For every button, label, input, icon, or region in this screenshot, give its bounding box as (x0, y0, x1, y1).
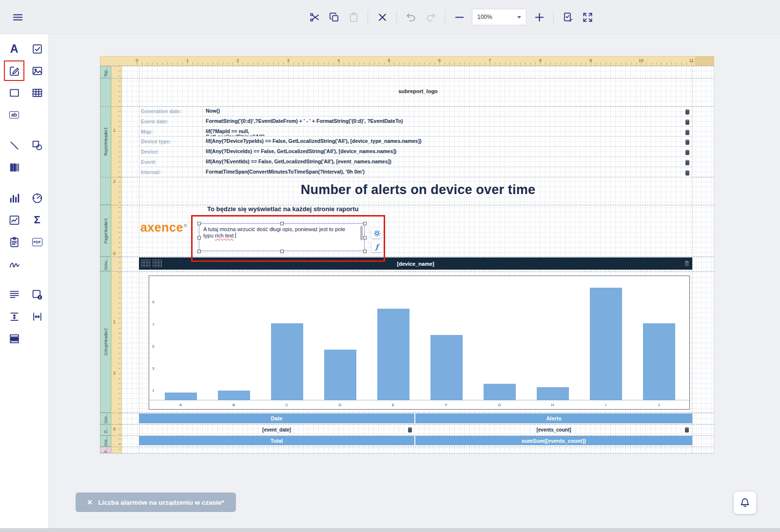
validate-report-button[interactable] (558, 7, 578, 27)
database-icon (685, 149, 690, 155)
table-header-alerts[interactable]: Alerts (415, 414, 692, 423)
close-icon[interactable]: × (87, 498, 93, 507)
tool-image[interactable] (29, 63, 45, 79)
band-label-text: D... (103, 427, 108, 433)
delete-button[interactable] (372, 7, 392, 27)
device-name-field: [device_name] (139, 261, 692, 267)
topbar: 100% (0, 0, 780, 34)
table-footer-total[interactable]: Total (139, 436, 414, 445)
chart-ytick-label: 7 (152, 322, 154, 326)
tool-clipboard[interactable] (6, 234, 22, 250)
tool-table[interactable] (29, 85, 45, 100)
menu-button[interactable] (8, 7, 27, 27)
parameter-label: Device: (139, 147, 202, 157)
tool-rich-text-lines[interactable] (6, 287, 22, 302)
group-header-band[interactable]: [device_name] (139, 257, 692, 270)
undo-button[interactable] (401, 7, 421, 27)
tool-vertical-spacing[interactable] (29, 309, 45, 324)
band-label-7[interactable]: Gro... (100, 435, 111, 447)
subreport-logo-placeholder[interactable]: subreport_logo (122, 88, 714, 94)
field-expression-button[interactable]: ƒ (371, 241, 382, 252)
band-label-4[interactable]: GroupHeader2 (100, 271, 111, 413)
tool-rectangle[interactable] (6, 85, 22, 100)
copy-button[interactable] (324, 7, 344, 27)
parameter-row[interactable]: Interval:FormatTimeSpan(ConvertMinutesTo… (139, 167, 692, 177)
zoom-out-button[interactable] (449, 7, 469, 27)
toolbar-separator (445, 10, 445, 24)
cut-button[interactable] (305, 7, 324, 27)
table-header-date[interactable]: Date (139, 414, 414, 423)
chart-category-label: J (658, 403, 660, 407)
tool-barcode[interactable] (6, 159, 22, 175)
parameter-row[interactable]: Event:Iif(Any(?EventIds) == False, GetLo… (139, 157, 692, 167)
selection-handle[interactable] (197, 222, 201, 225)
ruler-number: 8 (539, 58, 542, 63)
parameter-row[interactable]: Generation date:Now() (139, 106, 692, 117)
tool-bar-chart[interactable] (6, 190, 22, 206)
tool-horizontal-spacing[interactable] (6, 309, 22, 324)
zoom-in-button[interactable] (529, 7, 549, 27)
selection-handle[interactable] (363, 250, 367, 253)
tool-pdf-export[interactable]: PDF (29, 234, 45, 250)
richtext-field[interactable]: A tutaj można wrzucić dość długi opis, p… (199, 223, 365, 251)
band-label-8[interactable]: F... (100, 447, 111, 453)
notifications-button[interactable] (734, 492, 756, 514)
text-icon: A (10, 42, 19, 56)
selection-handle[interactable] (280, 222, 284, 225)
grid-tile-icon[interactable] (152, 259, 163, 268)
page-note-text[interactable]: To będzie się wyświetlać na każdej stron… (207, 205, 358, 213)
chart-tile-icon[interactable] (140, 259, 151, 268)
field-settings-button[interactable] (371, 228, 382, 238)
chart-ytick-label: 3 (152, 366, 154, 371)
band-label-1[interactable]: ReportHeader1 (100, 78, 111, 205)
tool-gauge[interactable] (29, 190, 45, 206)
zoom-level-select[interactable]: 100% (472, 9, 526, 25)
parameter-row[interactable]: Event date:FormatString('{0:d}',?EventDa… (139, 117, 692, 127)
parameter-row[interactable]: Map:Iif(?MapId == null, GetLocalizedStri… (139, 127, 692, 137)
table-footer-sum[interactable]: sumSum([events_count]) (415, 436, 692, 445)
tool-line-chart[interactable] (6, 212, 22, 228)
richtext-scrollbar[interactable] (360, 226, 363, 240)
tool-subreport[interactable] (29, 287, 45, 302)
ruler-number: 10 (639, 58, 644, 63)
alerts-bar-chart[interactable]: ABCDEFGHIJ13579 (149, 276, 690, 410)
tool-signature[interactable] (6, 256, 22, 272)
tool-richtext-edit[interactable] (6, 63, 22, 79)
table-cell-events-count[interactable]: [events_count] (415, 424, 692, 435)
band-label-2[interactable]: PageHeader1 (100, 205, 111, 256)
chart-category-label: H (551, 403, 554, 407)
horizontal-scrollbar[interactable] (0, 528, 780, 532)
ruler-number: 2 (113, 179, 116, 184)
band-label-0[interactable]: Top... (100, 66, 111, 78)
richtext-text-after: . (234, 233, 235, 238)
report-title[interactable]: Number of alerts on device over time (122, 182, 714, 197)
parameter-row[interactable]: Device type:Iif(Any(?DeviceTypeIds) == F… (139, 137, 692, 147)
ruler-number: 0 (136, 58, 138, 63)
fullscreen-button[interactable] (578, 7, 597, 27)
paste-button[interactable] (344, 7, 363, 27)
ruler-number: 4 (337, 58, 340, 63)
tool-text[interactable]: A (6, 41, 22, 57)
table-cell-event-date[interactable]: [event_date] (139, 424, 414, 435)
ruler-ticks (137, 62, 714, 65)
selection-handle[interactable] (363, 222, 367, 225)
chart-ytick-label: 9 (152, 300, 154, 304)
report-tab[interactable]: × Liczba alarmów na urządzeniu w czasie* (76, 493, 236, 512)
selection-handle[interactable] (363, 236, 367, 239)
band-label-3[interactable]: Grou... (100, 256, 111, 271)
selection-handle[interactable] (197, 236, 201, 239)
redo-button[interactable] (421, 7, 440, 27)
band-label-5[interactable]: Gro... (100, 413, 111, 424)
parameter-row[interactable]: Device:Iif(Any(?DeviceIds) == False, Get… (139, 147, 692, 157)
selection-handle[interactable] (280, 250, 284, 253)
tool-checkbox[interactable] (29, 41, 45, 57)
band-label-6[interactable]: D... (100, 424, 111, 435)
horizontal-ruler: 01234567891011 (100, 56, 714, 66)
axence-logo[interactable]: axence® (140, 220, 187, 235)
tool-shapes[interactable] (29, 138, 45, 153)
tool-line[interactable] (6, 138, 22, 153)
tool-bands[interactable] (6, 331, 22, 346)
tool-textbox[interactable]: ab (6, 107, 22, 122)
selection-handle[interactable] (197, 250, 201, 253)
tool-sum[interactable]: Σ (29, 212, 45, 228)
